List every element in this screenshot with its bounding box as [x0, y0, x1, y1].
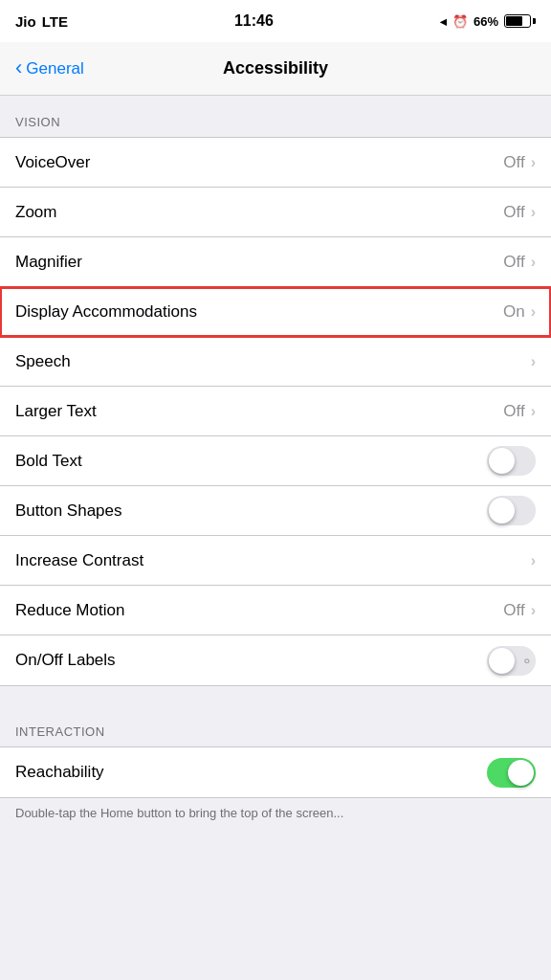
row-right-magnifier: Off › — [503, 253, 536, 272]
row-right-increase-contrast: › — [531, 552, 536, 569]
row-label-reduce-motion: Reduce Motion — [15, 601, 124, 620]
table-row[interactable]: Speech › — [0, 337, 551, 387]
row-right-display-accommodations: On › — [503, 302, 536, 322]
chevron-icon: › — [531, 353, 536, 370]
table-row-bold-text[interactable]: Bold Text — [0, 436, 551, 486]
row-label-increase-contrast: Increase Contrast — [15, 551, 143, 570]
battery-indicator — [504, 14, 536, 28]
table-row-on-off-labels[interactable]: On/Off Labels ○ — [0, 635, 551, 685]
back-chevron-icon: ‹ — [15, 57, 22, 78]
table-row-display-accommodations[interactable]: Display Accommodations On › — [0, 287, 551, 337]
network-type: LTE — [42, 13, 68, 30]
row-label-display-accommodations: Display Accommodations — [15, 302, 197, 322]
table-row-reachability[interactable]: Reachability — [0, 747, 551, 797]
on-off-labels-toggle[interactable]: ○ — [487, 646, 536, 676]
status-bar: Jio LTE 11:46 ◂ ⏰ 66% — [0, 0, 551, 42]
row-right-reduce-motion: Off › — [503, 601, 536, 620]
row-value-reduce-motion: Off — [503, 601, 524, 620]
navigation-bar: ‹ General Accessibility — [0, 42, 551, 96]
page-title: Accessibility — [223, 58, 328, 78]
toggle-knob — [489, 648, 515, 674]
chevron-icon: › — [531, 303, 536, 321]
table-row[interactable]: Magnifier Off › — [0, 237, 551, 287]
table-row[interactable]: Larger Text Off › — [0, 387, 551, 436]
row-label-voiceover: VoiceOver — [15, 153, 90, 172]
row-value-larger-text: Off — [503, 402, 524, 421]
status-time: 11:46 — [234, 12, 274, 30]
toggle-knob — [489, 448, 515, 474]
row-value-display-accommodations: On — [503, 302, 525, 322]
spacer — [0, 686, 551, 705]
row-label-magnifier: Magnifier — [15, 253, 82, 272]
table-row[interactable]: Increase Contrast › — [0, 536, 551, 586]
row-right-voiceover: Off › — [503, 153, 536, 172]
footer-text: Double-tap the Home button to bring the … — [0, 798, 551, 820]
battery-label: 66% — [474, 14, 498, 29]
bold-text-toggle[interactable] — [487, 446, 536, 476]
chevron-icon: › — [531, 254, 536, 271]
table-row[interactable]: VoiceOver Off › — [0, 138, 551, 188]
location-icon: ◂ — [440, 14, 447, 29]
row-label-speech: Speech — [15, 352, 71, 371]
carrier-label: Jio — [15, 13, 36, 30]
table-row[interactable]: Reduce Motion Off › — [0, 586, 551, 635]
row-label-zoom: Zoom — [15, 203, 56, 222]
toggle-knob — [508, 760, 534, 786]
chevron-icon: › — [531, 204, 536, 221]
chevron-icon: › — [531, 602, 536, 619]
chevron-icon: › — [531, 552, 536, 569]
vision-settings-group: VoiceOver Off › Zoom Off › Magnifier Off… — [0, 137, 551, 686]
button-shapes-toggle[interactable] — [487, 496, 536, 525]
section-header-interaction: INTERACTION — [0, 705, 551, 746]
section-header-vision: VISION — [0, 96, 551, 137]
back-button[interactable]: ‹ General — [15, 59, 84, 78]
row-right-larger-text: Off › — [503, 402, 536, 421]
row-value-magnifier: Off — [503, 253, 524, 272]
row-right-zoom: Off › — [503, 203, 536, 222]
row-label-bold-text: Bold Text — [15, 452, 82, 471]
alarm-icon: ⏰ — [452, 14, 468, 29]
toggle-off-label: ○ — [523, 655, 530, 666]
row-label-reachability: Reachability — [15, 763, 104, 782]
row-label-on-off-labels: On/Off Labels — [15, 651, 116, 670]
row-right-speech: › — [531, 353, 536, 370]
interaction-settings-group: Reachability — [0, 746, 551, 798]
reachability-toggle[interactable] — [487, 758, 536, 788]
status-right-group: ◂ ⏰ 66% — [440, 14, 536, 29]
row-value-zoom: Off — [503, 203, 524, 222]
chevron-icon: › — [531, 403, 536, 420]
table-row-button-shapes[interactable]: Button Shapes — [0, 486, 551, 536]
chevron-icon: › — [531, 154, 536, 171]
row-label-larger-text: Larger Text — [15, 402, 97, 421]
carrier-info: Jio LTE — [15, 13, 68, 30]
back-label: General — [26, 59, 83, 78]
toggle-knob — [489, 498, 515, 523]
table-row[interactable]: Zoom Off › — [0, 188, 551, 237]
row-label-button-shapes: Button Shapes — [15, 501, 122, 521]
row-value-voiceover: Off — [503, 153, 524, 172]
settings-content: VISION VoiceOver Off › Zoom Off › Magnif… — [0, 96, 551, 820]
